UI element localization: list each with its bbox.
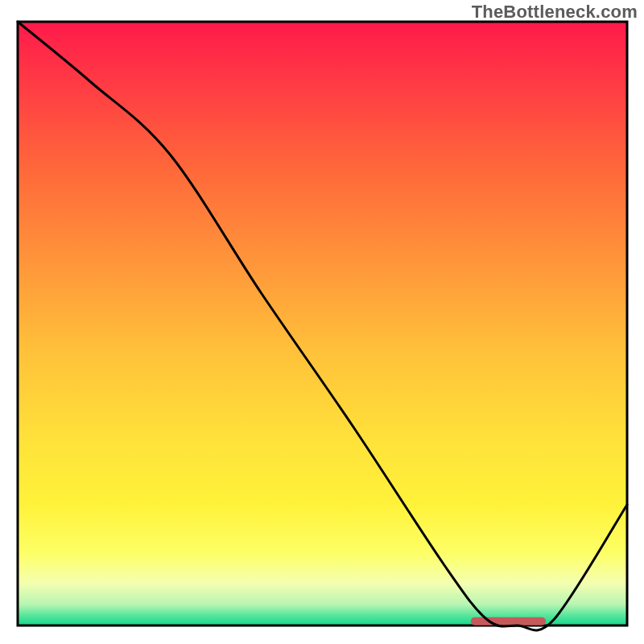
chart-container: TheBottleneck.com (0, 0, 644, 644)
chart-svg (0, 0, 644, 644)
plot-background (18, 22, 627, 625)
